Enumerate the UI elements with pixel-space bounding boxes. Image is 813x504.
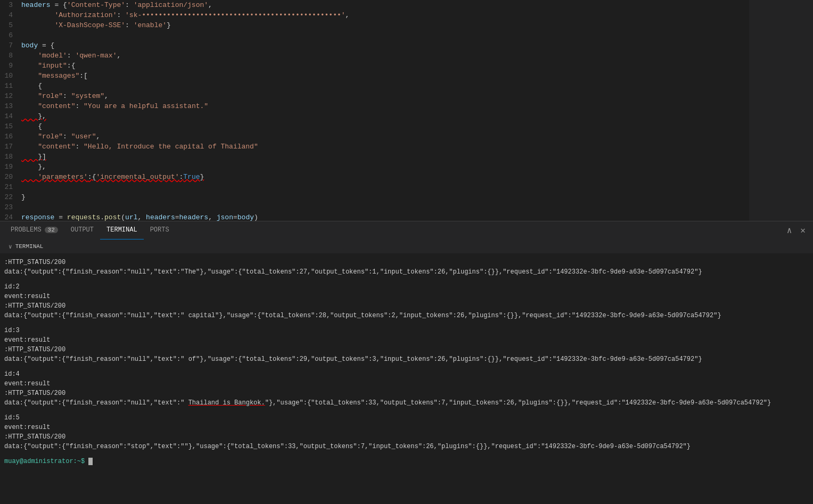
code-line: 11 { (0, 81, 813, 91)
line-number: 8 (0, 51, 21, 61)
code-lines: 3headers = {'Content-Type': 'application… (0, 0, 813, 221)
tab-terminal[interactable]: TERMINAL (100, 221, 144, 240)
terminal-line: id:5 (4, 413, 809, 423)
line-number: 13 (0, 101, 21, 111)
terminal-line: event:result (4, 379, 809, 389)
line-number: 12 (0, 91, 21, 101)
line-number: 6 (0, 30, 21, 40)
terminal-line: event:result (4, 423, 809, 432)
line-number: 5 (0, 20, 21, 30)
code-line: 18 }] (0, 152, 813, 162)
code-line: 6 (0, 30, 813, 40)
terminal-line: :HTTP_STATUS/200 (4, 389, 809, 398)
terminal-chevron: ∨ (9, 243, 12, 250)
line-number: 20 (0, 172, 21, 182)
code-line: 3headers = {'Content-Type': 'application… (0, 0, 813, 10)
terminal-content: :HTTP_STATUS/200data:{"output":{"finish_… (0, 255, 813, 468)
code-line: 10 "messages":[ (0, 71, 813, 81)
terminal-section-label: TERMINAL (15, 243, 44, 250)
minimap (749, 0, 813, 221)
terminal-blank (4, 277, 809, 282)
terminal-line: event:result (4, 292, 809, 301)
code-line: 5 'X-DashScope-SSE': 'enable'} (0, 20, 813, 30)
line-content: { (21, 81, 813, 91)
tab-ports[interactable]: PORTS (144, 221, 176, 240)
code-line: 24response = requests.post(url, headers=… (0, 212, 813, 221)
line-content: }, (21, 162, 813, 172)
line-content: "content": "You are a helpful assistant.… (21, 101, 813, 111)
terminal-line: data:{"output":{"finish_reason":"null","… (4, 267, 809, 277)
code-line: 9 "input":{ (0, 61, 813, 71)
code-line: 14 }, (0, 111, 813, 121)
code-line: 12 "role": "system", (0, 91, 813, 101)
terminal-line: data:{"output":{"finish_reason":"null","… (4, 398, 809, 408)
code-line: 8 'model': 'qwen-max', (0, 51, 813, 61)
line-number: 3 (0, 0, 21, 10)
panel-tabs: PROBLEMS 32 OUTPUT TERMINAL PORTS ∧ ✕ (0, 221, 813, 239)
terminal-header: ∨ TERMINAL (0, 239, 813, 253)
line-content: 'X-DashScope-SSE': 'enable'} (21, 20, 813, 30)
line-number: 21 (0, 182, 21, 192)
code-line: 15 { (0, 121, 813, 131)
code-line: 13 "content": "You are a helpful assista… (0, 101, 813, 111)
code-line: 7body = { (0, 40, 813, 51)
terminal-line: :HTTP_STATUS/200 (4, 258, 809, 267)
line-content: "input":{ (21, 61, 813, 71)
panel-tab-actions: ∧ ✕ (784, 224, 809, 237)
line-number: 10 (0, 71, 21, 81)
terminal-line: :HTTP_STATUS/200 (4, 345, 809, 354)
terminal-line: data:{"output":{"finish_reason":"null","… (4, 354, 809, 364)
line-number: 11 (0, 81, 21, 91)
line-number: 7 (0, 40, 21, 51)
line-number: 17 (0, 142, 21, 152)
code-line: 23 (0, 202, 813, 212)
terminal-line: id:2 (4, 282, 809, 292)
terminal-blank (4, 408, 809, 413)
line-content: }, (21, 111, 813, 121)
line-content: { (21, 121, 813, 131)
line-number: 22 (0, 192, 21, 202)
line-content: headers = {'Content-Type': 'application/… (21, 0, 813, 10)
terminal-line: data:{"output":{"finish_reason":"stop","… (4, 442, 809, 451)
line-content: }] (21, 152, 813, 162)
code-line: 22} (0, 192, 813, 202)
terminal-line: id:4 (4, 369, 809, 379)
terminal-line: :HTTP_STATUS/200 (4, 432, 809, 442)
terminal-prompt-line: muay@administrator:~$ (4, 457, 809, 466)
terminal-line: id:3 (4, 326, 809, 335)
line-content: 'Authorization': 'sk-•••••••••••••••••••… (21, 10, 813, 20)
terminal-line: data:{"output":{"finish_reason":"null","… (4, 311, 809, 320)
close-panel-icon[interactable]: ✕ (797, 224, 809, 237)
line-content: } (21, 192, 813, 202)
terminal-label: TERMINAL (106, 226, 137, 234)
problems-label: PROBLEMS (11, 226, 42, 234)
terminal-blank (4, 451, 809, 457)
line-content: "content": "Hello, Introduce the capital… (21, 142, 813, 152)
line-content: response = requests.post(url, headers=he… (21, 212, 813, 221)
terminal-blank (4, 320, 809, 326)
line-content: body = { (21, 40, 813, 51)
terminal-area[interactable]: :HTTP_STATUS/200data:{"output":{"finish_… (0, 253, 813, 504)
terminal-cursor (88, 458, 93, 465)
problems-badge: 32 (45, 227, 58, 233)
tab-output[interactable]: OUTPUT (64, 221, 100, 240)
code-line: 17 "content": "Hello, Introduce the capi… (0, 142, 813, 152)
terminal-blank (4, 364, 809, 369)
output-label: OUTPUT (71, 226, 94, 234)
maximize-icon[interactable]: ∧ (784, 224, 795, 237)
code-line: 19 }, (0, 162, 813, 172)
code-line: 20 'parameters':{'incremental_output':Tr… (0, 172, 813, 182)
line-number: 15 (0, 121, 21, 131)
line-number: 19 (0, 162, 21, 172)
line-number: 9 (0, 61, 21, 71)
code-line: 16 "role": "user", (0, 131, 813, 142)
line-content: 'parameters':{'incremental_output':True} (21, 172, 813, 182)
line-number: 4 (0, 10, 21, 20)
tab-problems[interactable]: PROBLEMS 32 (4, 221, 64, 240)
line-number: 23 (0, 202, 21, 212)
ports-label: PORTS (150, 226, 169, 234)
line-content: 'model': 'qwen-max', (21, 51, 813, 61)
line-content: "messages":[ (21, 71, 813, 81)
code-line: 4 'Authorization': 'sk-•••••••••••••••••… (0, 10, 813, 20)
line-number: 24 (0, 212, 21, 221)
